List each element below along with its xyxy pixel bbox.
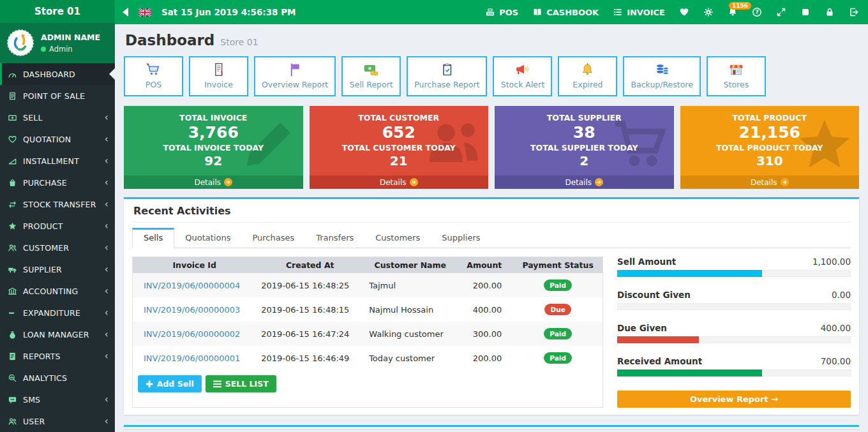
table-row: INV/2019/06/00000004 2019-06-15 16:48:25… (133, 273, 602, 297)
money-bag-icon (8, 330, 17, 339)
sidebar-item-sms[interactable]: SMS‹ (0, 389, 115, 410)
quick-button-stock-alert[interactable]: Stock Alert (493, 56, 552, 96)
topbar: Sat 15 Jun 2019 4:56:38 PM POS CASHBOOK … (115, 0, 868, 24)
truck-icon (8, 265, 17, 274)
overview-report-button[interactable]: Overview Report → (617, 391, 851, 408)
notification-badge: 1156 (729, 2, 751, 10)
panel-title: Recent Activities (132, 199, 851, 223)
quick-button-overview-report[interactable]: Overview Report (254, 56, 336, 96)
topnav-invoice[interactable]: INVOICE (613, 7, 665, 17)
details-link[interactable]: Details (124, 175, 303, 189)
sidebar-item-sell[interactable]: SELL‹ (0, 107, 115, 128)
sidebar-item-installment[interactable]: INSTALLMENT‹ (0, 150, 115, 172)
chevron-left-icon: ‹ (105, 200, 108, 209)
sidebar-item-analytics[interactable]: ANALYTICS (0, 367, 115, 389)
uk-flag-icon[interactable] (138, 8, 151, 17)
details-link[interactable]: Details (310, 175, 489, 189)
sidebar-item-customer[interactable]: CUSTOMER‹ (0, 237, 115, 258)
sell-list-button[interactable]: SELL LIST (206, 375, 276, 392)
invoice-link[interactable]: INV/2019/06/00000001 (133, 346, 256, 370)
tab-transfers[interactable]: Transfers (305, 228, 364, 248)
tab-purchases[interactable]: Purchases (241, 228, 305, 248)
sidebar-item-accounting[interactable]: ACCOUNTING‹ (0, 280, 115, 302)
user-panel: ADMIN NAME Admin (0, 23, 115, 63)
lock-icon[interactable] (825, 7, 835, 17)
sidebar-item-dashboard[interactable]: DASHBOARD (0, 63, 115, 85)
chevron-left-icon: ‹ (105, 135, 108, 144)
megaphone-icon (514, 62, 530, 78)
avatar (6, 29, 34, 57)
status-badge: Paid (544, 328, 572, 339)
chevron-left-icon: ‹ (105, 265, 108, 274)
chevron-left-icon: ‹ (105, 417, 108, 426)
invoice-link[interactable]: INV/2019/06/00000004 (133, 273, 256, 297)
table-row: INV/2019/06/00000001 2019-06-15 16:46:49… (133, 346, 602, 370)
details-link[interactable]: Details (680, 175, 860, 189)
sidebar-item-product[interactable]: PRODUCT‹ (0, 215, 115, 237)
tab-customers[interactable]: Customers (364, 228, 431, 248)
tab-quotations[interactable]: Quotations (174, 228, 241, 248)
quick-button-backup-restore[interactable]: Backup/Restore (623, 56, 700, 96)
notifications-button[interactable]: 1156 (728, 6, 738, 19)
logout-icon[interactable] (849, 7, 859, 17)
exchange-icon (8, 200, 17, 209)
svg-text:?: ? (755, 9, 758, 15)
cart-icon (146, 62, 161, 78)
sidebar-item-point-of-sale[interactable]: POINT OF SALE (0, 85, 115, 107)
sidebar-item-loan-manager[interactable]: LOAN MANAGER‹ (0, 324, 115, 345)
chevron-left-icon: ‹ (105, 178, 108, 188)
quick-button-expired[interactable]: Expired (558, 56, 617, 96)
chat-icon (8, 395, 17, 405)
star-icon (8, 221, 17, 231)
sidebar-item-expanditure[interactable]: EXPANDITURE‹ (0, 302, 115, 324)
tab-sells[interactable]: Sells (132, 228, 174, 248)
invoice-link[interactable]: INV/2019/06/00000002 (133, 322, 256, 346)
store-icon (728, 62, 744, 78)
invoice-link[interactable]: INV/2019/06/00000003 (133, 297, 256, 322)
quick-button-invoice[interactable]: Invoice (189, 56, 248, 96)
add-sell-button[interactable]: ✚Add Sell (138, 375, 202, 392)
book-icon (532, 7, 542, 17)
heart-icon[interactable] (679, 7, 689, 17)
store-name-label: Store 01 (34, 6, 80, 17)
quick-button-sell-report[interactable]: Sell Report (341, 56, 401, 96)
expand-icon[interactable] (776, 7, 786, 17)
banknote-icon (8, 113, 17, 123)
quick-access-row: POS Invoice Overview Report Sell Report … (124, 56, 859, 96)
stat-card-invoice: TOTAL INVOICE 3,766 TOTAL INVOICE TODAY … (124, 106, 303, 189)
stat-cards-row: TOTAL INVOICE 3,766 TOTAL INVOICE TODAY … (124, 106, 859, 189)
flag-icon (287, 62, 303, 78)
arrow-circle-icon (410, 178, 418, 186)
sidebar-item-reports[interactable]: REPORTS‹ (0, 345, 115, 367)
sidebar-item-quotation[interactable]: QUOTATION‹ (0, 128, 115, 150)
money-icon (363, 62, 379, 78)
summary-received-amount: Received Amount700.00 (617, 356, 851, 376)
sidebar-item-supplier[interactable]: SUPPLIER‹ (0, 258, 115, 280)
sidebar-item-stock-transfer[interactable]: STOCK TRANSFER‹ (0, 193, 115, 215)
cash-register-icon (485, 7, 495, 17)
topnav-pos[interactable]: POS (485, 7, 518, 17)
topnav-cashbook[interactable]: CASHBOOK (532, 7, 599, 17)
sidebar-menu: DASHBOARD POINT OF SALE SELL‹ QUOTATION‹… (0, 63, 115, 432)
quick-button-pos[interactable]: POS (124, 56, 183, 96)
arrow-circle-icon (595, 178, 603, 186)
chevron-left-icon: ‹ (105, 243, 108, 253)
sidebar-item-user[interactable]: USER‹ (0, 410, 115, 432)
people-icon (8, 243, 17, 253)
tab-suppliers[interactable]: Suppliers (431, 228, 491, 248)
sidebar-collapse-button[interactable] (123, 8, 128, 17)
gear-icon[interactable] (703, 7, 714, 17)
quick-button-purchase-report[interactable]: Purchase Report (407, 56, 487, 96)
progress-bar (617, 369, 851, 376)
sell-summary: Sell Amount1,100.00 Discount Given0.00 D… (617, 257, 851, 408)
help-icon[interactable]: ? (752, 7, 762, 17)
sidebar-item-purchase[interactable]: PURCHASE‹ (0, 172, 115, 193)
store-name-header[interactable]: Store 01 (0, 0, 115, 23)
quick-button-stores[interactable]: Stores (707, 56, 766, 96)
chevron-left-icon: ‹ (105, 395, 108, 405)
details-link[interactable]: Details (495, 175, 674, 189)
chevron-left-icon: ‹ (105, 352, 108, 361)
chevron-left-icon: ‹ (105, 330, 108, 339)
square-icon[interactable] (800, 7, 811, 17)
status-badge: Due (544, 304, 571, 315)
